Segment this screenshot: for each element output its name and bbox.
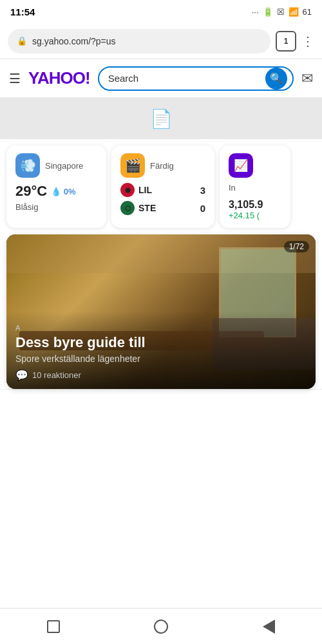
url-text: sg.yahoo.com/?p=us xyxy=(32,36,261,46)
news-subtitle: Spore verkställande lägenheter xyxy=(15,354,307,364)
sports-match-row2: ⬡ STE 0 xyxy=(120,201,205,215)
search-bar[interactable]: Search 🔍 xyxy=(98,66,294,91)
finance-header: 📈 xyxy=(229,153,281,178)
browser-bar: 🔒 sg.yahoo.com/?p=us 1 ⋮ xyxy=(0,23,322,59)
news-title: Dess byre guide till xyxy=(15,334,307,351)
status-icons: ··· 🔋 ☒ 📶 61 xyxy=(252,7,312,17)
sports-icon: 🎬 xyxy=(120,153,145,178)
gray-banner: 📄 xyxy=(0,98,322,139)
weather-location: Singapore xyxy=(45,161,83,171)
chat-icon: 💬 xyxy=(15,369,28,381)
sports-header: 🎬 Färdig xyxy=(120,153,205,178)
document-icon: 📄 xyxy=(150,108,173,129)
sim-icon: ☒ xyxy=(277,7,285,17)
more-button[interactable]: ⋮ xyxy=(301,33,314,49)
sports-team1: ⬟ LIL xyxy=(120,183,152,197)
ste-logo: ⬡ xyxy=(120,201,135,215)
news-overlay: A Dess byre guide till Spore verkställan… xyxy=(6,311,316,389)
weather-icon: 💨 xyxy=(15,153,40,178)
battery-percent: 61 xyxy=(303,7,312,17)
status-time: 11:54 xyxy=(10,6,35,17)
bottom-space xyxy=(0,389,322,531)
sports-widget[interactable]: 🎬 Färdig ⬟ LIL 3 ⬡ STE 0 xyxy=(111,146,214,228)
home-button[interactable] xyxy=(154,620,168,634)
wifi-icon: 📶 xyxy=(289,7,299,17)
weather-widget[interactable]: 💨 Singapore 29°C 💧 0% Blåsig xyxy=(6,146,106,228)
lil-logo: ⬟ xyxy=(120,183,135,197)
news-card[interactable]: 1/72 A Dess byre guide till Spore verkst… xyxy=(6,234,316,389)
finance-value: 3,105.9 xyxy=(229,199,281,211)
lock-icon: 🔒 xyxy=(17,36,27,46)
sports-team2: ⬡ STE xyxy=(120,201,156,215)
finance-change: +24.15 ( xyxy=(229,211,281,220)
back-button[interactable] xyxy=(263,620,275,634)
team1-name: LIL xyxy=(138,185,152,195)
team2-score: 0 xyxy=(200,203,205,214)
weather-description: Blåsig xyxy=(15,202,97,212)
finance-widget[interactable]: 📈 In 3,105.9 +24.15 ( xyxy=(220,146,290,228)
sports-status: Färdig xyxy=(150,161,174,171)
finance-label: In xyxy=(229,183,281,193)
yahoo-nav: ☰ YAHOO! Search 🔍 ✉ xyxy=(0,59,322,98)
signal-icon: ··· xyxy=(252,7,259,17)
sports-match-row1: ⬟ LIL 3 xyxy=(120,183,205,197)
weather-rain: 💧 0% xyxy=(51,187,75,196)
mail-icon[interactable]: ✉ xyxy=(301,70,313,87)
weather-header: 💨 Singapore xyxy=(15,153,97,178)
news-source: A xyxy=(15,324,307,332)
android-nav xyxy=(0,608,322,644)
yahoo-logo: YAHOO! xyxy=(28,68,90,88)
search-placeholder: Search xyxy=(108,73,265,84)
weather-temp: 29°C 💧 0% xyxy=(15,183,97,200)
tab-button[interactable]: 1 xyxy=(276,31,296,52)
team2-name: STE xyxy=(138,203,156,213)
status-bar: 11:54 ··· 🔋 ☒ 📶 61 xyxy=(0,0,322,23)
finance-icon: 📈 xyxy=(229,153,253,178)
search-icon: 🔍 xyxy=(270,72,283,84)
source-letter: A xyxy=(15,324,20,332)
url-bar[interactable]: 🔒 sg.yahoo.com/?p=us xyxy=(8,29,270,53)
hamburger-menu[interactable]: ☰ xyxy=(9,71,21,86)
reactions-count: 10 reaktioner xyxy=(32,370,81,380)
news-reactions: 💬 10 reaktioner xyxy=(15,369,307,381)
widget-row: 💨 Singapore 29°C 💧 0% Blåsig 🎬 Färdig ⬟ … xyxy=(0,139,322,234)
team1-score: 3 xyxy=(200,185,205,196)
search-button[interactable]: 🔍 xyxy=(265,68,287,90)
recents-button[interactable] xyxy=(47,620,60,633)
battery-icon: 🔋 xyxy=(263,7,273,17)
news-badge: 1/72 xyxy=(284,241,309,252)
tab-count: 1 xyxy=(284,37,289,46)
